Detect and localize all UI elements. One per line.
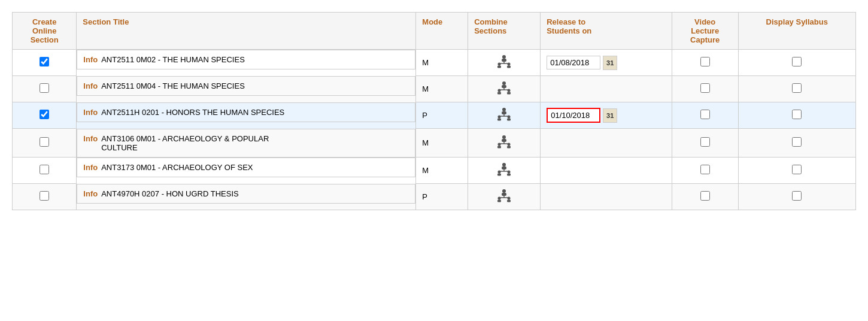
svg-rect-25: [507, 119, 511, 121]
display-syllabus-cell: [738, 184, 855, 210]
svg-point-30: [502, 135, 506, 139]
create-online-section-checkbox[interactable]: [40, 110, 49, 119]
header-video-lecture-capture: Video Lecture Capture: [672, 13, 738, 50]
video-lecture-capture-cell: [672, 184, 738, 210]
section-title-text: ANT2511H 0201 - HONORS THE HUMAN SPECIES: [101, 108, 284, 117]
svg-point-50: [502, 189, 506, 193]
combine-sections-cell: [468, 76, 541, 102]
section-title-text: ANT2511 0M04 - THE HUMAN SPECIES: [101, 81, 245, 90]
display-syllabus-cell: [738, 50, 855, 76]
svg-rect-13: [497, 92, 501, 95]
combine-sections-cell: [468, 129, 541, 158]
display-syllabus-checkbox[interactable]: [792, 83, 802, 93]
svg-rect-31: [502, 139, 506, 142]
video-lecture-capture-checkbox[interactable]: [700, 191, 710, 201]
mode-cell: M: [416, 50, 468, 76]
display-syllabus-cell: [738, 76, 855, 102]
display-syllabus-checkbox[interactable]: [792, 165, 802, 174]
svg-point-20: [502, 108, 506, 111]
svg-rect-21: [502, 111, 506, 114]
release-date-input[interactable]: [547, 56, 600, 69]
display-syllabus-checkbox[interactable]: [792, 110, 802, 119]
create-online-section-cell: [13, 50, 77, 76]
create-online-section-cell: [13, 158, 77, 184]
sections-table: Create Online Section Section Title Mode…: [12, 12, 856, 210]
info-link[interactable]: Info: [83, 189, 98, 198]
table-row: InfoANT2511 0M02 - THE HUMAN SPECIESM 31: [13, 50, 856, 76]
video-lecture-capture-checkbox[interactable]: [700, 57, 710, 66]
release-date-cell: 31: [541, 50, 672, 76]
info-link[interactable]: Info: [83, 55, 98, 64]
header-release-to-students: Release to Students on: [541, 13, 672, 50]
release-date-input[interactable]: [547, 108, 600, 123]
info-link[interactable]: Info: [83, 163, 98, 172]
svg-rect-45: [507, 174, 511, 176]
display-syllabus-cell: [738, 102, 855, 129]
video-lecture-capture-checkbox[interactable]: [700, 83, 710, 93]
video-lecture-capture-cell: [672, 102, 738, 129]
section-title-text: ANT4970H 0207 - HON UGRD THESIS: [101, 189, 239, 198]
combine-sections-icon[interactable]: [496, 114, 512, 123]
mode-cell: M: [416, 129, 468, 158]
section-title-cell: InfoANT3106 0M01 - ARCHAEOLOGY & POPULAR…: [77, 129, 415, 158]
video-lecture-capture-cell: [672, 158, 738, 184]
section-title-cell: InfoANT4970H 0207 - HON UGRD THESIS: [77, 184, 415, 204]
combine-sections-cell: [468, 184, 541, 210]
svg-rect-1: [502, 59, 506, 62]
create-online-section-cell: [13, 184, 77, 210]
create-online-section-checkbox[interactable]: [40, 83, 49, 93]
svg-point-0: [502, 55, 506, 59]
combine-sections-cell: [468, 102, 541, 129]
video-lecture-capture-cell: [672, 50, 738, 76]
section-title-text: ANT3106 0M01 - ARCHAEOLOGY & POPULAR CUL…: [101, 134, 269, 152]
svg-rect-33: [497, 146, 501, 149]
video-lecture-capture-checkbox[interactable]: [700, 137, 710, 147]
svg-rect-11: [502, 85, 506, 88]
svg-rect-41: [502, 166, 506, 169]
mode-cell: M: [416, 76, 468, 102]
mode-cell: P: [416, 102, 468, 129]
section-title-cell: InfoANT2511H 0201 - HONORS THE HUMAN SPE…: [77, 102, 415, 122]
create-online-section-checkbox[interactable]: [40, 191, 49, 201]
video-lecture-capture-cell: [672, 129, 738, 158]
svg-rect-53: [497, 200, 501, 202]
display-syllabus-checkbox[interactable]: [792, 191, 802, 201]
video-lecture-capture-checkbox[interactable]: [700, 165, 710, 174]
section-title-cell: InfoANT3173 0M01 - ARCHAEOLOGY OF SEX: [77, 158, 415, 177]
combine-sections-icon[interactable]: [496, 62, 512, 71]
combine-sections-icon[interactable]: [496, 142, 512, 151]
combine-sections-icon[interactable]: [496, 169, 512, 178]
create-online-section-checkbox[interactable]: [40, 137, 49, 147]
table-row: InfoANT2511H 0201 - HONORS THE HUMAN SPE…: [13, 102, 856, 129]
svg-rect-51: [502, 193, 506, 196]
section-title-text: ANT2511 0M02 - THE HUMAN SPECIES: [101, 55, 245, 64]
svg-rect-15: [507, 92, 511, 95]
release-date-cell: [541, 76, 672, 102]
release-date-cell: [541, 184, 672, 210]
info-link[interactable]: Info: [83, 81, 98, 90]
svg-rect-43: [497, 174, 501, 176]
create-online-section-checkbox[interactable]: [40, 57, 49, 66]
table-row: InfoANT3106 0M01 - ARCHAEOLOGY & POPULAR…: [13, 129, 856, 158]
svg-point-40: [502, 163, 506, 166]
calendar-icon[interactable]: 31: [603, 108, 617, 123]
mode-cell: M: [416, 158, 468, 184]
release-date-cell: [541, 158, 672, 184]
create-online-section-cell: [13, 129, 77, 158]
info-link[interactable]: Info: [83, 108, 98, 117]
combine-sections-cell: [468, 158, 541, 184]
svg-rect-35: [507, 146, 511, 149]
info-link[interactable]: Info: [83, 134, 98, 143]
video-lecture-capture-checkbox[interactable]: [700, 110, 710, 119]
header-create-online-section: Create Online Section: [13, 13, 77, 50]
calendar-icon[interactable]: 31: [603, 56, 617, 70]
svg-rect-23: [497, 119, 501, 121]
combine-sections-icon[interactable]: [496, 88, 512, 97]
create-online-section-checkbox[interactable]: [40, 165, 49, 174]
header-mode: Mode: [416, 13, 468, 50]
display-syllabus-checkbox[interactable]: [792, 137, 802, 147]
svg-rect-55: [507, 200, 511, 202]
svg-point-10: [502, 81, 506, 85]
display-syllabus-checkbox[interactable]: [792, 57, 802, 66]
combine-sections-icon[interactable]: [496, 196, 512, 205]
